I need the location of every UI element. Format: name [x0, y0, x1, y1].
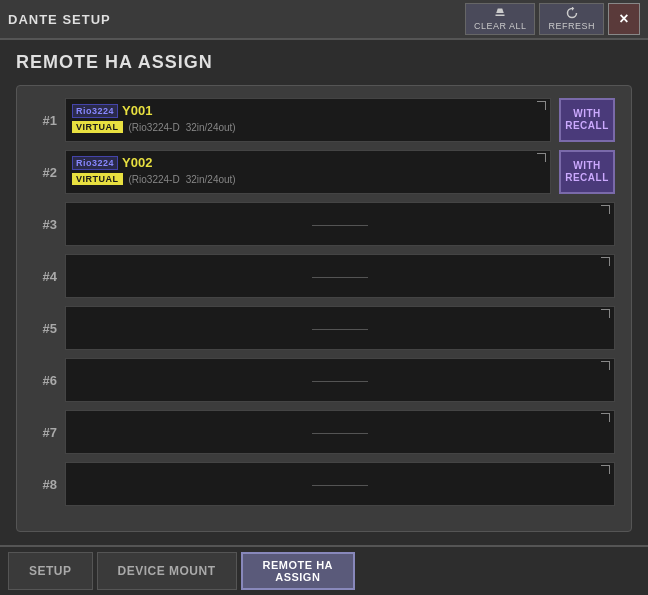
- close-button[interactable]: ×: [608, 3, 640, 35]
- with-recall-button-1[interactable]: WITHRECALL: [559, 98, 615, 142]
- row-number-7: #7: [33, 425, 57, 440]
- empty-dashes-5: ————: [312, 320, 368, 336]
- row-number-4: #4: [33, 269, 57, 284]
- device-box-7[interactable]: ————: [65, 410, 615, 454]
- device-info-row-2: VIRTUAL (Rio3224-D 32in/24out): [72, 173, 544, 185]
- row-number-2: #2: [33, 165, 57, 180]
- corner-icon: [601, 413, 611, 423]
- tab-device-mount[interactable]: DEVICE MOUNT: [97, 552, 237, 590]
- title-bar-left: DANTE SETUP: [8, 12, 111, 27]
- table-row: #8 ————: [33, 462, 615, 506]
- device-panel: #1 Rio3224 Y001 VIRTUAL (Rio3224-D 32in/…: [16, 85, 632, 532]
- row-number-8: #8: [33, 477, 57, 492]
- device-box-8[interactable]: ————: [65, 462, 615, 506]
- with-recall-button-2[interactable]: WITHRECALL: [559, 150, 615, 194]
- title-bar-right: CLEAR ALL REFRESH ×: [465, 3, 640, 35]
- device-info-row-1: VIRTUAL (Rio3224-D 32in/24out): [72, 121, 544, 133]
- main-content: #1 Rio3224 Y001 VIRTUAL (Rio3224-D 32in/…: [0, 81, 648, 536]
- corner-icon: [537, 101, 547, 111]
- table-row: #1 Rio3224 Y001 VIRTUAL (Rio3224-D 32in/…: [33, 98, 615, 142]
- device-io-2: 32in/24out): [186, 174, 236, 185]
- page-title: REMOTE HA ASSIGN: [0, 40, 648, 81]
- device-name-row: Rio3224 Y001: [72, 103, 544, 118]
- device-sub-1: (Rio3224-D: [129, 122, 180, 133]
- app-title: DANTE SETUP: [8, 12, 111, 27]
- empty-dashes-6: ————: [312, 372, 368, 388]
- title-bar: DANTE SETUP CLEAR ALL REFRESH ×: [0, 0, 648, 40]
- corner-icon: [601, 309, 611, 319]
- corner-icon: [601, 465, 611, 475]
- table-row: #3 ————: [33, 202, 615, 246]
- clear-all-icon: [493, 7, 507, 19]
- table-row: #5 ————: [33, 306, 615, 350]
- corner-icon: [537, 153, 547, 163]
- refresh-icon: [565, 7, 579, 19]
- device-id-1: Y001: [122, 103, 152, 118]
- device-io-1: 32in/24out): [186, 122, 236, 133]
- empty-dashes-8: ————: [312, 476, 368, 492]
- corner-icon: [601, 361, 611, 371]
- table-row: #2 Rio3224 Y002 VIRTUAL (Rio3224-D 32in/…: [33, 150, 615, 194]
- row-number-3: #3: [33, 217, 57, 232]
- clear-all-button[interactable]: CLEAR ALL: [465, 3, 536, 35]
- empty-dashes-7: ————: [312, 424, 368, 440]
- device-box-4[interactable]: ————: [65, 254, 615, 298]
- empty-dashes-4: ————: [312, 268, 368, 284]
- device-box-6[interactable]: ————: [65, 358, 615, 402]
- svg-rect-0: [496, 15, 505, 17]
- corner-icon: [601, 205, 611, 215]
- device-model-1: Rio3224: [72, 104, 118, 118]
- device-sub-2: (Rio3224-D: [129, 174, 180, 185]
- virtual-badge-1: VIRTUAL: [72, 121, 123, 133]
- device-model-2: Rio3224: [72, 156, 118, 170]
- device-name-row: Rio3224 Y002: [72, 155, 544, 170]
- bottom-tab-bar: SETUP DEVICE MOUNT REMOTE HA ASSIGN: [0, 545, 648, 595]
- device-box-3[interactable]: ————: [65, 202, 615, 246]
- virtual-badge-2: VIRTUAL: [72, 173, 123, 185]
- corner-icon: [601, 257, 611, 267]
- row-number-1: #1: [33, 113, 57, 128]
- row-number-6: #6: [33, 373, 57, 388]
- table-row: #4 ————: [33, 254, 615, 298]
- tab-remote-ha-assign[interactable]: REMOTE HA ASSIGN: [241, 552, 356, 590]
- svg-marker-1: [496, 9, 504, 14]
- device-id-2: Y002: [122, 155, 152, 170]
- refresh-button[interactable]: REFRESH: [539, 3, 604, 35]
- empty-dashes-3: ————: [312, 216, 368, 232]
- tab-setup[interactable]: SETUP: [8, 552, 93, 590]
- table-row: #6 ————: [33, 358, 615, 402]
- row-number-5: #5: [33, 321, 57, 336]
- device-box-1[interactable]: Rio3224 Y001 VIRTUAL (Rio3224-D 32in/24o…: [65, 98, 551, 142]
- device-box-2[interactable]: Rio3224 Y002 VIRTUAL (Rio3224-D 32in/24o…: [65, 150, 551, 194]
- table-row: #7 ————: [33, 410, 615, 454]
- device-box-5[interactable]: ————: [65, 306, 615, 350]
